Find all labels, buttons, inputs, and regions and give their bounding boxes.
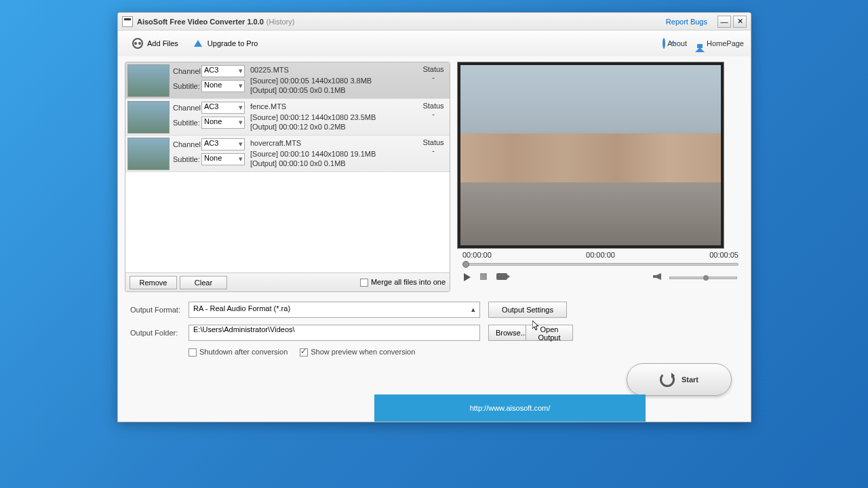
conversion-options: Shutdown after conversion Show preview w…	[130, 348, 738, 357]
browse-button[interactable]: Browse...	[488, 325, 526, 341]
file-name: 00225.MTS	[250, 65, 413, 75]
channel-select[interactable]: AC3	[201, 65, 245, 77]
output-format-combo[interactable]: RA - Real Audio Format (*.ra)	[189, 302, 480, 318]
key-icon	[663, 39, 665, 47]
play-button[interactable]	[464, 273, 475, 283]
output-folder-input[interactable]: E:\Users\Administrator\Videos\	[189, 325, 480, 341]
channel-label: Channel:	[173, 67, 201, 75]
app-title: AisoSoft Free Video Converter 1.0.0	[137, 18, 264, 26]
file-source: [Source] 00:00:10 1440x1080 19.1MB	[250, 149, 413, 159]
subtitle-select[interactable]: None	[201, 117, 245, 129]
history-link[interactable]: (History)	[267, 18, 295, 26]
open-output-button[interactable]: Open Output	[526, 325, 573, 341]
close-button[interactable]: ✕	[733, 16, 747, 28]
upgrade-button[interactable]: Upgrade to Pro	[185, 35, 265, 52]
file-row[interactable]: Channel:AC3Subtitle:None00225.MTS[Source…	[125, 62, 450, 99]
volume-slider[interactable]	[669, 277, 737, 279]
merge-checkbox[interactable]: Merge all files into one	[360, 278, 446, 287]
video-frame	[457, 62, 724, 249]
video-preview[interactable]	[460, 65, 721, 245]
channel-label: Channel:	[173, 104, 201, 112]
file-name: fence.MTS	[250, 102, 413, 111]
volume-icon[interactable]	[653, 273, 664, 283]
preview-panel: 00:00:00 00:00:00 00:00:05	[457, 62, 744, 292]
shutdown-checkbox[interactable]: Shutdown after conversion	[189, 348, 288, 357]
file-toolbar: Remove Clear Merge all files into one	[125, 272, 450, 291]
homepage-link[interactable]: HomePage	[695, 39, 744, 47]
titlebar: AisoSoft Free Video Converter 1.0.0 (His…	[118, 13, 751, 30]
file-status: Status-	[417, 136, 450, 171]
upgrade-icon	[192, 37, 204, 49]
subtitle-label: Subtitle:	[173, 119, 201, 127]
file-thumbnail	[127, 101, 170, 134]
playback-controls	[457, 269, 744, 287]
home-icon	[695, 39, 705, 47]
output-settings-button[interactable]: Output Settings	[488, 302, 567, 318]
upgrade-label: Upgrade to Pro	[208, 39, 258, 47]
time-total: 00:00:05	[709, 251, 738, 259]
output-folder-label: Output Folder:	[130, 329, 189, 337]
about-link[interactable]: About	[663, 39, 687, 47]
file-status: Status-	[417, 99, 450, 135]
bottom-panel: Output Format: RA - Real Audio Format (*…	[118, 295, 751, 363]
file-row[interactable]: Channel:AC3Subtitle:Nonehovercraft.MTS[S…	[125, 136, 450, 172]
file-thumbnail	[127, 64, 170, 97]
file-output: [Output] 00:00:10 0x0 0.1MB	[250, 159, 413, 168]
channel-select[interactable]: AC3	[201, 102, 245, 114]
subtitle-label: Subtitle:	[173, 155, 201, 163]
file-meta: Channel:AC3Subtitle:None	[172, 99, 246, 135]
start-button[interactable]: Start	[627, 363, 732, 396]
output-format-label: Output Format:	[130, 306, 189, 314]
about-label: About	[667, 39, 687, 47]
subtitle-label: Subtitle:	[173, 82, 201, 90]
time-mid: 00:00:00	[586, 251, 615, 259]
file-output: [Output] 00:00:05 0x0 0.1MB	[250, 85, 413, 95]
remove-button[interactable]: Remove	[130, 276, 177, 289]
app-window: AisoSoft Free Video Converter 1.0.0 (His…	[117, 12, 751, 422]
time-bar: 00:00:00 00:00:00 00:00:05	[457, 249, 744, 261]
time-current: 00:00:00	[462, 251, 492, 259]
preview-checkbox[interactable]: Show preview when conversion	[300, 348, 415, 357]
file-status: Status-	[417, 62, 450, 98]
subtitle-select[interactable]: None	[201, 80, 245, 92]
film-icon	[132, 37, 144, 49]
content-area: Channel:AC3Subtitle:None00225.MTS[Source…	[118, 56, 751, 295]
toolbar: Add Files Upgrade to Pro About HomePage	[118, 30, 751, 56]
file-name: hovercraft.MTS	[250, 138, 413, 148]
report-bugs-link[interactable]: Report Bugs	[666, 18, 707, 26]
refresh-icon	[660, 372, 675, 387]
file-details: 00225.MTS[Source] 00:00:05 1440x1080 3.8…	[246, 62, 417, 98]
seek-slider[interactable]	[462, 261, 738, 269]
file-meta: Channel:AC3Subtitle:None	[172, 136, 246, 171]
file-meta: Channel:AC3Subtitle:None	[172, 62, 246, 98]
channel-label: Channel:	[173, 140, 201, 148]
file-source: [Source] 00:00:12 1440x1080 23.5MB	[250, 113, 413, 122]
file-thumbnail	[127, 138, 170, 170]
channel-select[interactable]: AC3	[201, 138, 245, 150]
stop-button[interactable]	[480, 273, 491, 283]
file-details: fence.MTS[Source] 00:00:12 1440x1080 23.…	[246, 99, 417, 135]
minimize-button[interactable]: —	[717, 16, 731, 28]
add-files-label: Add Files	[147, 39, 178, 47]
file-output: [Output] 00:00:12 0x0 0.2MB	[250, 122, 413, 131]
snapshot-button[interactable]	[496, 273, 507, 283]
clear-button[interactable]: Clear	[180, 276, 227, 289]
file-source: [Source] 00:00:05 1440x1080 3.8MB	[250, 76, 413, 85]
add-files-button[interactable]: Add Files	[125, 35, 185, 52]
file-list: Channel:AC3Subtitle:None00225.MTS[Source…	[125, 62, 450, 272]
file-row[interactable]: Channel:AC3Subtitle:Nonefence.MTS[Source…	[125, 99, 450, 136]
subtitle-select[interactable]: None	[201, 153, 245, 165]
banner: http://www.aisosoft.com/	[374, 394, 646, 422]
homepage-label: HomePage	[707, 39, 744, 47]
app-icon	[122, 16, 133, 27]
file-panel: Channel:AC3Subtitle:None00225.MTS[Source…	[125, 62, 450, 292]
file-details: hovercraft.MTS[Source] 00:00:10 1440x108…	[246, 136, 417, 171]
